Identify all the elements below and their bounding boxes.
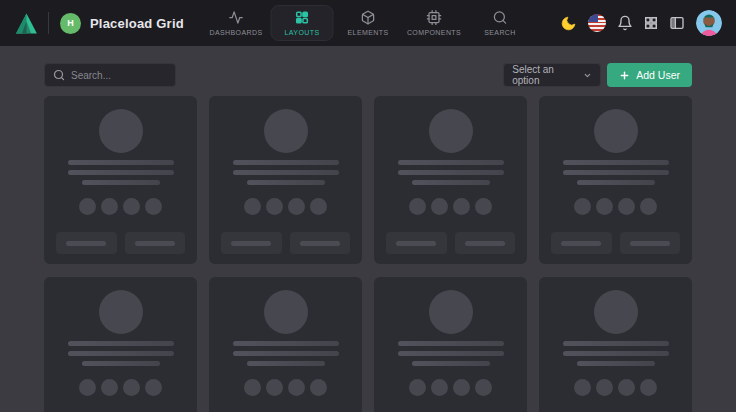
filter-select[interactable]: Select an option <box>503 63 601 87</box>
dot-placeholder <box>618 379 635 396</box>
apps-grid-icon <box>644 16 658 30</box>
plus-icon <box>619 70 630 81</box>
cpu-icon <box>427 10 442 25</box>
nav-label: ELEMENTS <box>348 29 389 36</box>
text-line-placeholder <box>68 170 174 175</box>
dot-placeholder <box>618 198 635 215</box>
button-placeholder <box>290 232 351 254</box>
button-label-placeholder <box>630 241 670 246</box>
search-input[interactable] <box>71 70 167 81</box>
theme-toggle-button[interactable] <box>560 15 577 32</box>
card-grid <box>44 96 692 412</box>
text-line-placeholder <box>577 361 655 366</box>
language-button[interactable] <box>588 14 606 32</box>
moon-icon <box>560 15 577 32</box>
button-row <box>551 232 680 254</box>
dot-placeholder <box>475 198 492 215</box>
dot-placeholder <box>244 379 261 396</box>
dot-placeholder <box>409 198 426 215</box>
dot-placeholder <box>431 198 448 215</box>
text-line-placeholder <box>577 180 655 185</box>
dot-row <box>79 198 162 215</box>
dot-placeholder <box>453 198 470 215</box>
text-line-placeholder <box>233 160 339 165</box>
text-line-placeholder <box>398 170 504 175</box>
dot-placeholder <box>101 379 118 396</box>
search-icon <box>493 10 508 25</box>
nav-item-layouts[interactable]: LAYOUTS <box>271 5 334 41</box>
chevron-down-icon <box>583 71 592 80</box>
layout-grid-icon <box>295 10 310 25</box>
add-user-button[interactable]: Add User <box>607 63 692 87</box>
app-logo-icon[interactable] <box>14 11 39 36</box>
dot-placeholder <box>596 198 613 215</box>
main-nav: DASHBOARDS LAYOUTS ELEMENTS <box>205 0 532 46</box>
button-row <box>386 232 515 254</box>
text-line-placeholder <box>412 180 490 185</box>
brand-divider <box>48 12 49 34</box>
navbar: H Placeload Grid DASHBOARDS LAYOUTS <box>0 0 736 46</box>
user-avatar[interactable] <box>696 10 722 36</box>
button-label-placeholder <box>135 241 175 246</box>
search-box <box>44 63 176 87</box>
dot-placeholder <box>640 198 657 215</box>
button-label-placeholder <box>231 241 271 246</box>
avatar-placeholder <box>429 109 473 153</box>
sidebar-toggle-button[interactable] <box>669 15 685 31</box>
text-line-placeholder <box>233 170 339 175</box>
dot-placeholder <box>431 379 448 396</box>
button-label-placeholder <box>66 241 106 246</box>
text-line-placeholder <box>398 341 504 346</box>
nav-item-dashboards[interactable]: DASHBOARDS <box>205 5 268 41</box>
nav-item-elements[interactable]: ELEMENTS <box>337 5 400 41</box>
text-line-placeholder <box>233 351 339 356</box>
dot-placeholder <box>123 198 140 215</box>
button-row <box>221 232 350 254</box>
avatar-placeholder <box>264 109 308 153</box>
button-placeholder <box>551 232 612 254</box>
nav-label: LAYOUTS <box>285 29 320 36</box>
dot-placeholder <box>79 379 96 396</box>
placeholder-card <box>44 96 197 264</box>
dot-row <box>574 198 657 215</box>
dot-placeholder <box>574 198 591 215</box>
nav-item-search[interactable]: SEARCH <box>469 5 532 41</box>
panel-icon <box>669 15 685 31</box>
placeholder-card <box>539 277 692 412</box>
dot-placeholder <box>123 379 140 396</box>
notifications-button[interactable] <box>617 15 633 31</box>
dot-placeholder <box>475 379 492 396</box>
apps-button[interactable] <box>644 16 658 30</box>
text-line-placeholder <box>82 361 160 366</box>
dot-placeholder <box>79 198 96 215</box>
dot-placeholder <box>266 379 283 396</box>
button-placeholder <box>386 232 447 254</box>
button-placeholder <box>125 232 186 254</box>
workspace-avatar[interactable]: H <box>60 13 81 34</box>
nav-label: SEARCH <box>484 29 516 36</box>
nav-label: COMPONENTS <box>407 29 461 36</box>
dot-placeholder <box>145 198 162 215</box>
button-placeholder <box>455 232 516 254</box>
dot-placeholder <box>288 379 305 396</box>
text-line-placeholder <box>247 180 325 185</box>
text-line-placeholder <box>68 351 174 356</box>
placeholder-card <box>209 96 362 264</box>
dot-placeholder <box>453 379 470 396</box>
text-line-placeholder <box>233 341 339 346</box>
avatar-placeholder <box>429 290 473 334</box>
dot-row <box>409 379 492 396</box>
add-user-label: Add User <box>636 69 680 81</box>
avatar-placeholder <box>99 109 143 153</box>
activity-icon <box>229 10 244 25</box>
dot-placeholder <box>101 198 118 215</box>
nav-item-components[interactable]: COMPONENTS <box>403 5 466 41</box>
avatar-placeholder <box>99 290 143 334</box>
button-label-placeholder <box>465 241 505 246</box>
dot-row <box>409 198 492 215</box>
app-window: H Placeload Grid DASHBOARDS LAYOUTS <box>0 0 736 412</box>
text-line-placeholder <box>398 351 504 356</box>
button-placeholder <box>221 232 282 254</box>
avatar-placeholder <box>594 290 638 334</box>
text-line-placeholder <box>398 160 504 165</box>
